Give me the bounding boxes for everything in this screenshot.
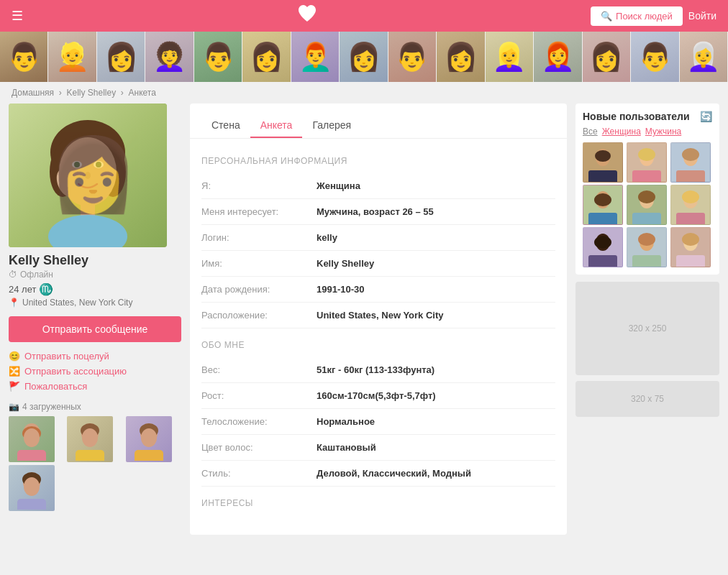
svg-point-4 <box>100 147 126 197</box>
refresh-icon[interactable]: 🔄 <box>700 111 712 122</box>
new-user-6[interactable] <box>670 185 711 225</box>
profile-status: ⏱ Офлайн <box>9 270 181 280</box>
svg-point-65 <box>682 233 699 246</box>
logo-heart-icon <box>297 4 317 27</box>
login-button[interactable]: Войти <box>688 10 716 22</box>
strip-photo-7[interactable]: 👨‍🦰 <box>291 32 340 82</box>
strip-photo-8[interactable]: 👩 <box>340 32 388 82</box>
about-me-table: Вес:51кг - 60кг (113-133фунта)Рост:160см… <box>201 357 555 487</box>
filter-female[interactable]: Женщина <box>602 126 641 137</box>
svg-rect-22 <box>76 450 104 461</box>
center-content: Стена Анкета Галерея ПЕРСОНАЛЬНАЯ ИНФОРМ… <box>190 104 567 535</box>
svg-rect-18 <box>17 450 46 461</box>
strip-photo-2[interactable]: 👱 <box>48 32 96 82</box>
uploads-grid <box>9 416 181 462</box>
upload-thumb-4[interactable] <box>9 465 55 511</box>
strip-photo-9[interactable]: 👨 <box>388 32 437 82</box>
upload-thumb-3[interactable] <box>126 416 172 462</box>
new-user-2[interactable] <box>627 142 667 183</box>
svg-point-17 <box>24 428 40 447</box>
new-user-1[interactable] <box>583 142 623 183</box>
svg-rect-54 <box>676 213 705 224</box>
search-people-button[interactable]: 🔍 Поиск людей <box>591 6 683 26</box>
svg-point-14 <box>53 166 79 199</box>
new-user-9[interactable] <box>670 227 711 267</box>
about-me-title: ОБО МНЕ <box>201 340 555 350</box>
new-user-4[interactable] <box>583 185 623 225</box>
menu-icon[interactable]: ☰ <box>12 8 23 24</box>
strip-photo-14[interactable]: 👨 <box>631 32 679 82</box>
svg-rect-34 <box>588 170 617 182</box>
table-row: Логин:kelly <box>201 225 555 251</box>
new-user-5[interactable] <box>627 185 667 225</box>
strip-photo-3[interactable]: 👩 <box>97 32 145 82</box>
svg-point-1 <box>55 127 120 202</box>
tab-gallery[interactable]: Галерея <box>302 114 361 138</box>
report-link[interactable]: 🚩 Пожаловаться <box>9 381 181 392</box>
svg-rect-42 <box>676 170 705 182</box>
svg-point-33 <box>595 150 611 162</box>
table-row: Расположение:United States, New York Cit… <box>201 303 555 328</box>
svg-rect-30 <box>17 499 46 510</box>
table-row: Я:Женщина <box>201 173 555 199</box>
svg-point-57 <box>594 236 611 249</box>
strip-photo-10[interactable]: 👩 <box>437 32 485 82</box>
strip-photo-15[interactable]: 👩‍🦳 <box>680 32 728 82</box>
new-users-header: Новые пользователи 🔄 <box>583 111 712 122</box>
breadcrumb: Домашняя › Kelly Shelley › Анкета <box>0 82 728 104</box>
svg-point-7 <box>72 161 82 168</box>
new-users-title: Новые пользователи <box>583 111 690 122</box>
profile-photo <box>9 104 167 247</box>
tab-wall[interactable]: Стена <box>201 114 250 138</box>
camera-icon: 📷 <box>9 402 19 412</box>
filter-all[interactable]: Все <box>583 126 598 137</box>
svg-point-29 <box>24 477 40 496</box>
table-row: Вес:51кг - 60кг (113-133фунта) <box>201 357 555 383</box>
photo-strip: 👨 👱 👩 👩‍🦱 👨 👩 👨‍🦰 👩 👨 👩 👱‍♀️ 👩‍🦰 👩 👨 👩‍🦳 <box>0 32 728 82</box>
svg-rect-62 <box>632 255 661 267</box>
upload-thumb-2[interactable] <box>67 416 113 462</box>
breadcrumb-current: Анкета <box>129 88 156 98</box>
breadcrumb-user[interactable]: Kelly Shelley <box>66 88 116 98</box>
strip-photo-13[interactable]: 👩 <box>583 32 631 82</box>
strip-photo-5[interactable]: 👨 <box>194 32 242 82</box>
main-layout: Kelly Shelley ⏱ Офлайн 24 лет ♏ 📍 United… <box>0 104 728 543</box>
search-icon: 🔍 <box>601 11 612 22</box>
table-row: Рост:160см-170см(5,3фт-5,7фт) <box>201 383 555 409</box>
strip-photo-1[interactable]: 👨 <box>0 32 48 82</box>
new-user-3[interactable] <box>670 142 711 183</box>
table-row: Дата рождения:1991-10-30 <box>201 277 555 303</box>
new-user-8[interactable] <box>627 227 667 267</box>
profile-tabs: Стена Анкета Галерея <box>190 104 567 139</box>
svg-point-2 <box>50 120 125 185</box>
tab-profile[interactable]: Анкета <box>250 114 303 138</box>
svg-rect-66 <box>676 255 705 267</box>
strip-photo-12[interactable]: 👩‍🦰 <box>534 32 582 82</box>
svg-point-49 <box>638 190 655 203</box>
svg-rect-58 <box>588 255 617 267</box>
ad-small: 320 x 75 <box>575 381 719 417</box>
breadcrumb-home[interactable]: Домашняя <box>12 88 54 98</box>
new-user-7[interactable] <box>583 227 623 267</box>
strip-photo-11[interactable]: 👱‍♀️ <box>486 32 534 82</box>
header-actions: 🔍 Поиск людей Войти <box>591 6 716 26</box>
strip-photo-6[interactable]: 👩 <box>242 32 291 82</box>
new-users-box: Новые пользователи 🔄 Все Женщина Мужчина <box>575 104 719 275</box>
svg-point-8 <box>94 161 104 168</box>
send-kiss-link[interactable]: 😊 Отправить поцелуй <box>9 351 181 362</box>
svg-point-25 <box>141 428 157 447</box>
send-message-button[interactable]: Отправить сообщение <box>9 316 181 342</box>
upload-thumb-1[interactable] <box>9 416 55 462</box>
svg-point-61 <box>638 233 655 246</box>
location-icon: 📍 <box>9 298 19 308</box>
ad-large: 320 x 250 <box>575 282 719 375</box>
strip-photo-4[interactable]: 👩‍🦱 <box>145 32 194 82</box>
filter-male[interactable]: Мужчина <box>645 126 681 137</box>
send-association-link[interactable]: 🔀 Отправить ассоциацию <box>9 366 181 377</box>
zodiac-icon: ♏ <box>39 282 53 296</box>
table-row: Телосложение:Нормальное <box>201 409 555 435</box>
svg-rect-46 <box>588 213 617 224</box>
interests-title: ИНТЕРЕСЫ <box>201 498 555 508</box>
svg-point-53 <box>682 190 699 203</box>
svg-point-37 <box>638 148 655 161</box>
